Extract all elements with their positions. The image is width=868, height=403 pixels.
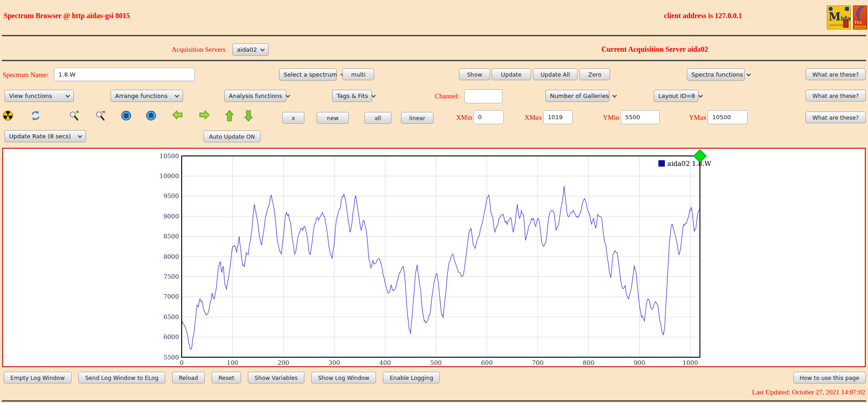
tcl-powered-logo: TCL POWERED [853,5,867,29]
multi-button[interactable]: multi [342,68,374,80]
ymax-input[interactable] [708,110,747,124]
acquisition-servers-label: Acquisition Servers [172,46,226,53]
layout-id-value: Layout ID=8 [658,92,695,99]
spectrum-plot: 0100200300400500600700800900100055006000… [3,149,864,365]
xmax-label: XMax [525,114,542,121]
midas-powered-by: powered by [829,24,843,26]
svg-text:9500: 9500 [164,192,179,199]
show-variables-button[interactable]: Show Variables [248,372,304,384]
select-spectrum-value: Select a spectrum [284,71,337,78]
svg-text:0: 0 [180,359,184,365]
what-are-these-button-2[interactable]: What are these? [805,90,866,102]
spectrum-name-label: Spectrum Name: [3,71,48,79]
chevron-down-icon [175,93,179,97]
svg-text:500: 500 [430,359,442,365]
last-updated-text: Last Updated: October 27, 2021 14:07:02 [752,388,865,396]
update-rate-value: Update Rate (8 secs) [9,133,71,140]
help-button[interactable]: How to use this page [793,372,866,384]
svg-text:400: 400 [379,359,391,365]
svg-text:7000: 7000 [164,293,179,300]
channel-label: Channel: [435,92,459,100]
view-functions-select[interactable]: View functions [5,90,74,102]
divider [2,60,866,61]
number-of-galleries-value: Number of Galleries [550,92,609,99]
show-log-window-button[interactable]: Show Log Window [311,372,376,384]
tcl-feather-icon [854,6,867,21]
svg-text:100: 100 [227,359,238,365]
ymin-input[interactable] [621,110,660,124]
chevron-down-icon [371,93,376,97]
svg-text:900: 900 [634,359,646,365]
tcl-logo-text: TCL [854,21,862,24]
svg-text:8500: 8500 [164,233,179,240]
xmin-input[interactable] [473,110,504,124]
show-button[interactable]: Show [459,68,490,80]
acquisition-server-value: aida02 [237,46,257,53]
spectrum-chart: 0100200300400500600700800900100055006000… [2,148,866,367]
reload-button[interactable]: Reload [172,372,205,384]
auto-update-button[interactable]: Auto Update ON [203,131,260,142]
ymax-label: YMax [689,114,706,121]
xmax-input[interactable] [543,110,573,124]
new-button[interactable]: new [317,112,349,124]
client-address: client address is 127.0.0.1 [664,12,742,20]
update-button[interactable]: Update [492,68,531,80]
chevron-down-icon [699,93,703,97]
svg-text:600: 600 [481,359,493,365]
svg-text:700: 700 [532,359,544,365]
log-toolbar: Empty Log Window Send Log Window to ELog… [4,372,440,384]
chevron-down-icon [612,93,617,97]
enable-logging-button[interactable]: Enable Logging [383,372,440,384]
tags-fits-value: Tags & Fits [337,92,368,99]
radiation-icon[interactable] [3,110,14,122]
spectra-functions-select[interactable]: Spectra functions [687,68,745,81]
xmin-label: XMin [456,114,473,121]
chevron-down-icon [260,47,265,51]
svg-text:10000: 10000 [159,172,179,180]
chevron-down-icon [747,72,751,76]
tags-fits-select[interactable]: Tags & Fits [332,90,372,102]
zoom-out-icon[interactable] [95,110,106,122]
send-log-elog-button[interactable]: Send Log Window to ELog [78,372,165,384]
divider [2,400,866,402]
divider [2,35,866,36]
svg-text:6500: 6500 [164,313,179,320]
zoom-in-icon[interactable] [69,110,80,122]
svg-text:6000: 6000 [164,333,179,340]
channel-input[interactable] [464,89,502,103]
svg-text:10500: 10500 [159,152,179,160]
zero-button[interactable]: Zero [579,68,610,80]
chevron-down-icon [66,93,70,97]
update-rate-select[interactable]: Update Rate (8 secs) [5,130,86,142]
refresh-icon[interactable] [30,110,41,122]
page-title: Spectrum Browser @ http aidas-gsi 8015 [4,12,130,20]
number-of-galleries-select[interactable]: Number of Galleries [545,90,609,102]
arrow-down-icon[interactable] [244,110,255,122]
arrow-left-icon[interactable] [172,110,183,122]
arrange-functions-select[interactable]: Arrange functions [111,90,183,102]
all-button[interactable]: all [364,112,391,124]
current-server-text: Current Acquisition Server aida02 [602,45,708,53]
reset-button[interactable]: Reset [212,372,241,384]
midas-tcl-chip-icon [843,20,849,28]
arrow-up-icon[interactable] [225,110,236,122]
arrow-right-icon[interactable] [199,110,210,122]
update-all-button[interactable]: Update All [533,68,578,80]
what-are-these-button-1[interactable]: What are these? [805,68,866,80]
legend-label: aida02 1.8.W [667,160,711,167]
acquisition-server-select[interactable]: aida02 [232,44,269,56]
analysis-functions-select[interactable]: Analysis functions [224,90,286,102]
spectrum-name-input[interactable] [54,68,195,81]
x-axis-button[interactable]: x [282,112,304,124]
scroll-down-icon[interactable] [121,110,132,122]
layout-id-select[interactable]: Layout ID=8 [654,90,699,102]
what-are-these-button-3[interactable]: What are these? [805,112,866,123]
select-spectrum-select[interactable]: Select a spectrum [279,68,337,81]
ymin-label: YMin [603,114,619,121]
linear-button[interactable]: linear [401,112,434,124]
spectra-functions-value: Spectra functions [691,71,743,78]
svg-text:7500: 7500 [164,273,179,280]
svg-text:9000: 9000 [164,213,179,220]
scroll-up-icon[interactable] [146,110,157,122]
empty-log-window-button[interactable]: Empty Log Window [4,372,72,384]
